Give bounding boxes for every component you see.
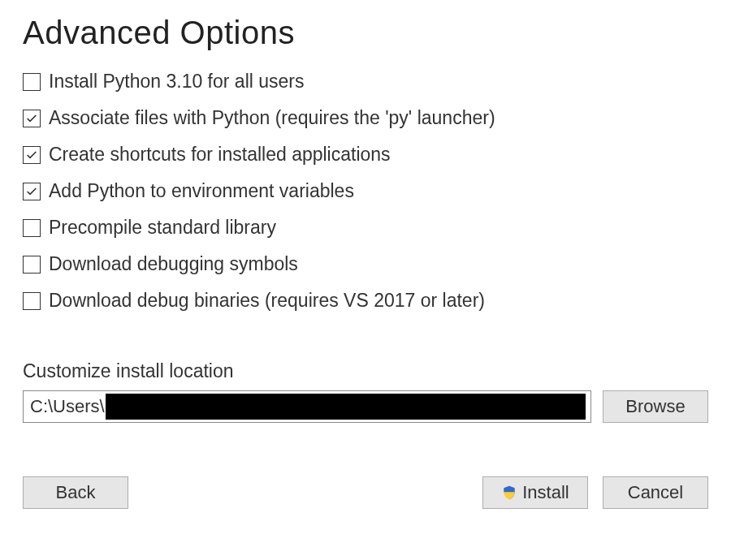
checkbox-associate[interactable] (23, 110, 41, 127)
footer-buttons: Back Install Cancel (23, 476, 708, 509)
page-title: Advanced Options (23, 15, 708, 51)
checkbox-all-users[interactable] (23, 73, 41, 91)
install-button-label: Install (522, 482, 569, 503)
checkbox-row-precompile: Precompile standard library (23, 217, 708, 239)
checkbox-label-debug-binaries: Download debug binaries (requires VS 201… (49, 290, 485, 312)
checkbox-row-debug-binaries: Download debug binaries (requires VS 201… (23, 290, 708, 312)
checkbox-row-associate: Associate files with Python (requires th… (23, 107, 708, 129)
checkbox-label-associate: Associate files with Python (requires th… (49, 107, 495, 129)
checkbox-row-debug-symbols: Download debugging symbols (23, 253, 708, 275)
install-location-label: Customize install location (23, 360, 708, 382)
checkbox-shortcuts[interactable] (23, 146, 41, 164)
checkbox-label-precompile: Precompile standard library (49, 217, 276, 239)
checkbox-debug-symbols[interactable] (23, 256, 41, 274)
back-button[interactable]: Back (23, 476, 128, 509)
checkbox-row-shortcuts: Create shortcuts for installed applicati… (23, 144, 708, 166)
checkbox-debug-binaries[interactable] (23, 292, 41, 310)
checkbox-label-all-users: Install Python 3.10 for all users (49, 71, 305, 93)
options-list: Install Python 3.10 for all usersAssocia… (23, 71, 708, 312)
checkbox-env-vars[interactable] (23, 183, 41, 200)
install-location-value: C:\Users\ (30, 396, 105, 417)
checkbox-label-shortcuts: Create shortcuts for installed applicati… (49, 144, 391, 166)
checkbox-row-env-vars: Add Python to environment variables (23, 180, 708, 202)
checkbox-row-all-users: Install Python 3.10 for all users (23, 71, 708, 93)
install-button[interactable]: Install (482, 476, 588, 509)
checkbox-label-env-vars: Add Python to environment variables (49, 180, 354, 202)
checkbox-precompile[interactable] (23, 219, 41, 237)
redacted-path (106, 394, 586, 420)
browse-button[interactable]: Browse (603, 390, 708, 423)
cancel-button[interactable]: Cancel (603, 476, 708, 509)
install-location-input[interactable]: C:\Users\ (23, 390, 591, 423)
checkbox-label-debug-symbols: Download debugging symbols (49, 253, 298, 275)
shield-icon (501, 485, 517, 501)
